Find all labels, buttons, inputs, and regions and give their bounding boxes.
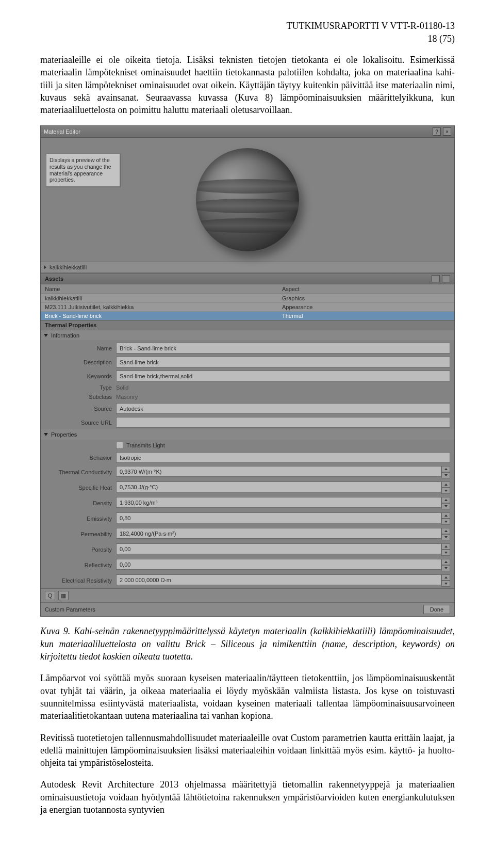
col-name: Name: [45, 286, 282, 292]
keywords-input[interactable]: Sand-lime brick,thermal,solid: [116, 371, 450, 381]
emissivity-input[interactable]: 0,80: [116, 512, 441, 523]
preview-sphere: [196, 148, 299, 251]
name-label: Name: [45, 345, 116, 351]
porosity-label: Porosity: [45, 546, 116, 553]
behavior-select[interactable]: Isotropic: [116, 452, 450, 463]
caption-text: Kahi-seinän rakennetyyppimäärittelyssä k…: [40, 626, 455, 662]
done-button[interactable]: Done: [423, 605, 450, 614]
triangle-down-icon: [44, 334, 48, 337]
preview-hint: Displays a preview of the results as you…: [46, 153, 120, 186]
source-url-input[interactable]: [116, 417, 450, 428]
section-information-label: Information: [51, 332, 79, 339]
custom-parameters-label: Custom Parameters: [45, 606, 95, 613]
asset-name: Brick - Sand-lime brick: [45, 313, 282, 319]
triangle-down-icon: [44, 433, 48, 436]
asset-name: M23.111 Julkisivutiilet, kalkkihiekka: [45, 304, 282, 310]
spin-down-button[interactable]: [441, 565, 450, 571]
subclass-value: Masonry: [116, 394, 138, 400]
body-paragraph-4: Autodesk Revit Architecture 2013 ohjelma…: [40, 778, 455, 816]
specific-heat-input[interactable]: 0,7530 J/(g·°C): [116, 481, 441, 492]
description-input[interactable]: Sand-lime brick: [116, 357, 450, 367]
spin-up-button[interactable]: [441, 481, 450, 488]
electrical-resistivity-input[interactable]: 2 000 000,0000 Ω·m: [116, 574, 441, 585]
reflectivity-label: Reflectivity: [45, 562, 116, 568]
assets-header-bar: Assets: [41, 273, 454, 284]
asset-row[interactable]: kalkkihiekkatiili Graphics: [41, 294, 454, 303]
grid-button[interactable]: ▦: [58, 591, 69, 600]
permeability-label: Permeability: [45, 531, 116, 537]
spin-up-button[interactable]: [441, 528, 450, 534]
density-label: Density: [45, 500, 116, 506]
spin-down-button[interactable]: [441, 534, 450, 540]
spin-up-button[interactable]: [441, 512, 450, 519]
spin-down-button[interactable]: [441, 550, 450, 556]
page-number: 18 (75): [40, 34, 455, 44]
density-input[interactable]: 1 930,00 kg/m³: [116, 497, 441, 508]
transmits-light-checkbox[interactable]: [116, 442, 123, 449]
section-information[interactable]: Information: [41, 330, 454, 341]
window-title: Material Editor: [44, 128, 431, 135]
col-aspect: Aspect: [282, 286, 450, 292]
assets-label: Assets: [45, 276, 63, 282]
breadcrumb-label: kalkkihiekkatiili: [50, 264, 87, 270]
spin-up-button[interactable]: [441, 466, 450, 472]
description-label: Description: [45, 359, 116, 365]
intro-paragraph: materiaaleille ei ole oikeita tietoja. L…: [40, 54, 455, 116]
body-paragraph-3: Revitissä tuotetietojen tallennusmahdoll…: [40, 732, 455, 769]
asset-row-selected[interactable]: Brick - Sand-lime brick Thermal: [41, 312, 454, 320]
add-button[interactable]: Q: [45, 591, 55, 600]
asset-name: kalkkihiekkatiili: [45, 295, 282, 301]
spin-down-button[interactable]: [441, 472, 450, 478]
breadcrumb[interactable]: kalkkihiekkatiili: [41, 262, 454, 273]
electrical-resistivity-label: Electrical Resistivity: [45, 577, 116, 584]
thermal-conductivity-input[interactable]: 0,9370 W/(m·°K): [116, 466, 441, 477]
subclass-label: Subclass: [45, 394, 116, 400]
source-url-label: Source URL: [45, 420, 116, 426]
transmits-light-label: Transmits Light: [126, 442, 165, 448]
footer-toolbar: Q ▦: [41, 588, 454, 602]
behavior-label: Behavior: [45, 455, 116, 461]
type-value: Solid: [116, 384, 128, 391]
porosity-input[interactable]: 0,00: [116, 543, 441, 554]
specific-heat-label: Specific Heat: [45, 485, 116, 491]
spin-down-button[interactable]: [441, 519, 450, 525]
type-label: Type: [45, 384, 116, 391]
assets-columns: Name Aspect: [41, 284, 454, 294]
source-label: Source: [45, 406, 116, 412]
spin-up-button[interactable]: [441, 574, 450, 581]
spin-down-button[interactable]: [441, 488, 450, 494]
spin-up-button[interactable]: [441, 559, 450, 565]
properties-form: Transmits Light BehaviorIsotropic Therma…: [41, 440, 454, 588]
section-properties-label: Properties: [51, 431, 77, 438]
figure-caption: Kuva 9. Kahi-seinän rakennetyyppimääritt…: [40, 625, 455, 663]
asset-aspect: Appearance: [282, 304, 450, 310]
thermal-conductivity-label: Thermal Conductivity: [45, 469, 116, 475]
thermal-properties-bar: Thermal Properties: [41, 320, 454, 330]
spin-up-button[interactable]: [441, 497, 450, 503]
material-editor-window: Material Editor ? × Displays a preview o…: [40, 125, 455, 617]
doc-reference: TUTKIMUSRAPORTTI V VTT-R-01180-13: [40, 21, 455, 31]
information-form: NameBrick - Sand-lime brick DescriptionS…: [41, 341, 454, 429]
caret-icon: [44, 265, 46, 269]
keywords-label: Keywords: [45, 373, 116, 379]
reflectivity-input[interactable]: 0,00: [116, 559, 441, 570]
permeability-input[interactable]: 182,4000 ng/(Pa·s·m²): [116, 528, 441, 539]
name-input[interactable]: Brick - Sand-lime brick: [116, 343, 450, 353]
body-paragraph-2: Lämpöarvot voi syöttää myös suoraan kyse…: [40, 672, 455, 722]
spin-up-button[interactable]: [441, 543, 450, 550]
asset-row[interactable]: M23.111 Julkisivutiilet, kalkkihiekka Ap…: [41, 303, 454, 312]
material-preview: Displays a preview of the results as you…: [41, 138, 454, 262]
emissivity-label: Emissivity: [45, 516, 116, 522]
spin-down-button[interactable]: [441, 503, 450, 509]
spin-down-button[interactable]: [441, 581, 450, 587]
custom-parameters-bar[interactable]: Custom Parameters Done: [41, 602, 454, 616]
list-view-icon[interactable]: [432, 275, 440, 282]
close-button[interactable]: ×: [443, 127, 451, 136]
collapse-icon[interactable]: [442, 275, 450, 282]
source-input[interactable]: Autodesk: [116, 403, 450, 414]
help-button[interactable]: ?: [433, 127, 441, 136]
section-properties[interactable]: Properties: [41, 429, 454, 440]
caption-number: Kuva 9.: [40, 626, 70, 636]
titlebar[interactable]: Material Editor ? ×: [41, 126, 454, 138]
asset-aspect: Thermal: [282, 313, 450, 319]
